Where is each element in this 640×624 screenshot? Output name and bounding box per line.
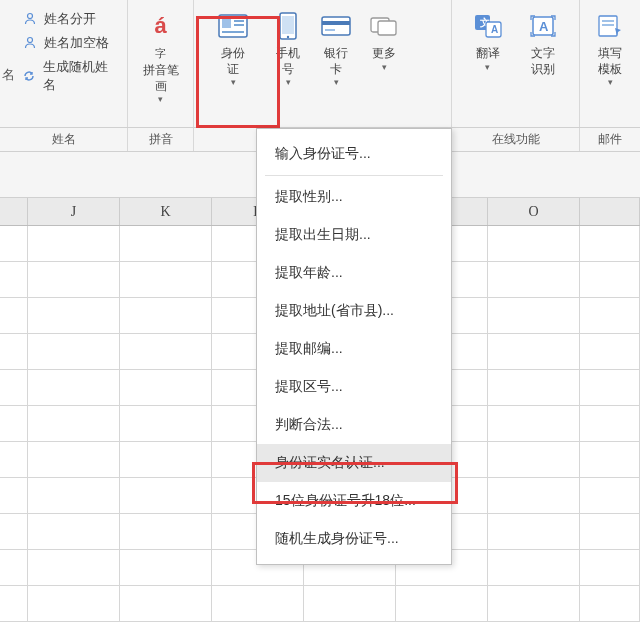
ocr-label: 文字 识别 [531,46,555,77]
menu-random-id[interactable]: 随机生成身份证号... [257,520,451,558]
template-icon [594,10,626,42]
ribbon-group-online: 文A 翻译 ▾ A 文字 识别 [452,0,580,127]
menu-input-id[interactable]: 输入身份证号... [257,135,451,173]
svg-rect-22 [602,20,614,22]
ocr-button[interactable]: A 文字 识别 [516,6,572,125]
fill-template-button[interactable]: 填写 模板 ▾ [588,6,632,125]
col-header-O[interactable]: O [488,198,580,225]
svg-point-1 [27,38,32,43]
chevron-down-icon: ▾ [485,62,490,72]
name-space-option[interactable]: 姓名加空格 [22,34,120,52]
name-split-option[interactable]: 姓名分开 [22,10,120,28]
pinyin-icon: á [145,10,177,42]
name-prefix: 名 [2,6,22,125]
fill-template-label: 填写 模板 [598,46,622,77]
idcard-button[interactable]: 身份 证 ▾ [202,6,264,125]
group-label-online: 在线功能 [452,128,580,151]
ribbon-group-name: 名 姓名分开 姓名加空格 [0,0,128,127]
svg-rect-5 [234,24,244,26]
svg-rect-4 [234,20,244,22]
menu-extract-age[interactable]: 提取年龄... [257,254,451,292]
menu-realname-verify[interactable]: 身份证实名认证... [257,444,451,482]
svg-point-0 [27,14,32,19]
group-label-mail: 邮件 [580,128,640,151]
bankcard-icon [320,10,352,42]
chevron-down-icon: ▾ [231,77,236,87]
ribbon-group-main: 身份 证 ▾ 手机 号 ▾ 银行 卡 ▾ 更多 [194,0,452,127]
menu-validate[interactable]: 判断合法... [257,406,451,444]
svg-text:A: A [491,24,498,35]
more-icon [368,10,400,42]
ribbon-group-pinyin: á 字 拼音笔 画 ▾ [128,0,194,127]
col-header-K[interactable]: K [120,198,212,225]
svg-rect-10 [322,17,350,35]
svg-text:A: A [539,19,549,34]
ribbon-toolbar: 名 姓名分开 姓名加空格 [0,0,640,128]
pinyin-prefix: 字 [155,46,166,61]
svg-rect-23 [602,24,614,26]
phone-label: 手机 号 [276,46,300,77]
phone-button[interactable]: 手机 号 ▾ [264,6,312,125]
group-label-name: 姓名 [0,128,128,151]
translate-button[interactable]: 文A 翻译 ▾ [460,6,516,125]
svg-point-9 [287,36,289,38]
translate-icon: 文A [472,10,504,42]
person-icon [22,11,38,27]
menu-extract-zipcode[interactable]: 提取邮编... [257,330,451,368]
menu-extract-areacode[interactable]: 提取区号... [257,368,451,406]
idcard-label: 身份 证 [221,46,245,77]
name-split-label: 姓名分开 [44,10,96,28]
name-random-option[interactable]: 生成随机姓名 [22,58,120,94]
more-button[interactable]: 更多 ▾ [360,6,408,125]
bankcard-button[interactable]: 银行 卡 ▾ [312,6,360,125]
menu-extract-birthdate[interactable]: 提取出生日期... [257,216,451,254]
group-label-pinyin: 拼音 [128,128,194,151]
pinyin-label: 拼音笔 画 [143,63,179,94]
idcard-icon [217,10,249,42]
chevron-down-icon: ▾ [158,94,163,104]
more-label: 更多 [372,46,396,62]
menu-separator [265,175,443,176]
name-random-label: 生成随机姓名 [43,58,119,94]
pinyin-button[interactable]: á 字 拼音笔 画 ▾ [136,6,185,125]
refresh-icon [22,68,38,84]
menu-extract-gender[interactable]: 提取性别... [257,178,451,216]
svg-rect-8 [282,16,294,34]
svg-rect-14 [378,21,396,35]
chevron-down-icon: ▾ [382,62,387,72]
translate-label: 翻译 [476,46,500,62]
menu-extract-address[interactable]: 提取地址(省市县)... [257,292,451,330]
chevron-down-icon: ▾ [286,77,291,87]
svg-rect-3 [222,19,231,28]
svg-rect-6 [222,31,244,33]
person-icon [22,35,38,51]
svg-rect-11 [322,21,350,25]
phone-icon [272,10,304,42]
menu-15to18[interactable]: 15位身份证号升18位... [257,482,451,520]
ribbon-group-mail: 填写 模板 ▾ [580,0,640,127]
name-space-label: 姓名加空格 [44,34,109,52]
chevron-down-icon: ▾ [608,77,613,87]
col-header-J[interactable]: J [28,198,120,225]
name-options-list: 姓名分开 姓名加空格 生成随机姓名 [22,6,120,125]
chevron-down-icon: ▾ [334,77,339,87]
svg-rect-12 [325,29,335,31]
ocr-icon: A [527,10,559,42]
idcard-dropdown-menu: 输入身份证号... 提取性别... 提取出生日期... 提取年龄... 提取地址… [256,128,452,565]
bankcard-label: 银行 卡 [324,46,348,77]
